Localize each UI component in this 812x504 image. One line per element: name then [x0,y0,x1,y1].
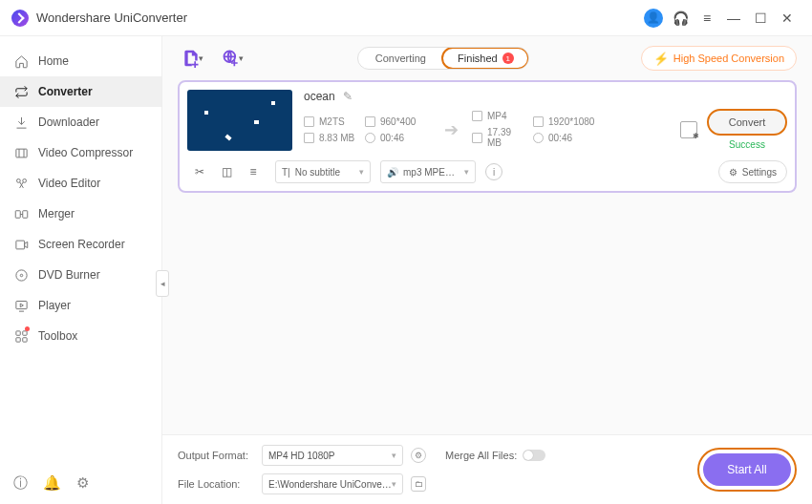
toolbar: ▾ ▾ Converting Finished 1 ⚡ High Speed C… [162,36,812,80]
sidebar-item-player[interactable]: Player [0,290,161,321]
crop-icon[interactable]: ◫ [220,165,233,178]
svg-rect-12 [22,337,26,341]
tab-finished[interactable]: Finished 1 [441,47,529,70]
sidebar-item-label: Downloader [38,116,99,129]
tabs: Converting Finished 1 [357,47,529,70]
dst-resolution: 1920*1080 [548,116,594,127]
gear-icon: ⚙ [729,167,737,178]
app-title: Wondershare UniConverter [36,10,187,25]
format-icon [472,111,482,121]
minimize-button[interactable]: — [720,5,747,32]
arrow-right-icon: ➔ [439,118,462,141]
start-all-button[interactable]: Start All [703,453,791,486]
svg-rect-0 [15,149,26,158]
help-icon[interactable]: ⓘ [13,474,28,493]
audio-icon: 🔊 [387,167,398,178]
svg-rect-10 [22,330,26,334]
src-duration: 00:46 [380,133,404,143]
compress-icon [13,145,29,160]
start-all-highlight: Start All [697,448,797,492]
settings-gear-icon[interactable]: ⚙ [76,474,89,493]
svg-point-6 [15,269,26,280]
tab-converting[interactable]: Converting [358,48,442,69]
file-name: ocean [304,90,335,103]
sidebar-item-toolbox[interactable]: Toolbox [0,321,161,351]
sidebar-item-label: Converter [38,85,93,98]
sidebar-item-label: DVD Burner [38,268,100,282]
file-location-select[interactable]: E:\Wondershare UniConverter▾ [262,473,403,494]
svg-point-7 [20,274,23,277]
svg-rect-9 [15,330,19,334]
video-thumbnail[interactable] [187,90,292,151]
convert-button[interactable]: Convert [707,109,787,136]
svg-rect-4 [22,210,27,218]
converter-icon [13,84,29,99]
resolution-icon [365,116,375,127]
collapse-sidebar-button[interactable]: ◂ [156,270,169,297]
sidebar: Home Converter Downloader Video Compress… [0,36,162,504]
sidebar-item-video-compressor[interactable]: Video Compressor [0,137,161,168]
dst-size: 17.39 MB [487,127,524,148]
sidebar-item-screen-recorder[interactable]: Screen Recorder [0,229,161,260]
toolbox-icon [13,328,29,344]
subtitle-icon: T| [282,167,290,178]
format-icon [304,116,314,127]
bolt-icon: ⚡ [653,52,669,66]
svg-rect-3 [15,210,20,218]
audio-select[interactable]: 🔊 mp3 MPEG lay... ▾ [380,160,476,183]
sidebar-item-label: Screen Recorder [38,238,125,251]
account-icon[interactable]: 👤 [640,5,667,32]
high-speed-conversion-button[interactable]: ⚡ High Speed Conversion [641,46,797,71]
rename-icon[interactable]: ✎ [343,90,353,103]
dvd-icon [13,267,29,283]
sidebar-item-dvd-burner[interactable]: DVD Burner [0,260,161,290]
resolution-icon [533,116,544,127]
file-location-label: File Location: [178,478,254,490]
close-button[interactable]: ✕ [774,5,801,32]
sidebar-item-downloader[interactable]: Downloader [0,107,161,137]
notifications-icon[interactable]: 🔔 [43,474,61,493]
main-panel: ▾ ▾ Converting Finished 1 ⚡ High Speed C… [162,36,812,504]
merge-toggle[interactable] [523,450,545,461]
player-icon [13,298,29,313]
headset-icon[interactable]: 🎧 [667,5,694,32]
sidebar-item-label: Home [38,54,69,68]
sidebar-item-home[interactable]: Home [0,46,161,76]
duration-icon [365,133,375,143]
file-settings-button[interactable]: ⚙ Settings [718,160,787,183]
status-label: Success [729,139,765,150]
bottombar: Output Format: MP4 HD 1080P▾ ⚙ Merge All… [162,434,812,504]
duration-icon [533,133,544,143]
output-format-label: Output Format: [178,450,254,461]
more-icon[interactable]: ≡ [246,165,260,178]
trim-icon[interactable]: ✂ [193,165,206,178]
sidebar-item-merger[interactable]: Merger [0,199,161,229]
app-logo-icon [11,10,29,27]
format-settings-icon[interactable]: ⚙ [411,448,426,463]
sidebar-item-label: Player [38,299,71,312]
src-format: M2TS [319,116,345,127]
home-icon [13,53,29,69]
open-folder-icon[interactable]: 🗀 [411,476,426,492]
finished-badge: 1 [502,52,514,64]
sidebar-item-converter[interactable]: Converter [0,76,161,107]
add-url-button[interactable]: ▾ [218,44,246,73]
svg-rect-8 [15,301,26,308]
dst-format: MP4 [487,111,507,121]
titlebar: Wondershare UniConverter 👤 🎧 ≡ — ☐ ✕ [0,0,812,36]
target-settings-icon[interactable] [680,121,697,138]
sidebar-item-label: Video Compressor [38,146,133,159]
output-format-select[interactable]: MP4 HD 1080P▾ [262,445,403,466]
merger-icon [13,206,29,221]
add-file-button[interactable]: ▾ [178,44,206,73]
subtitle-select[interactable]: T| No subtitle ▾ [275,160,371,183]
dst-duration: 00:46 [548,133,572,143]
svg-rect-11 [15,337,19,341]
size-icon [472,133,482,143]
maximize-button[interactable]: ☐ [747,5,774,32]
info-icon[interactable]: i [485,163,502,180]
sidebar-item-video-editor[interactable]: Video Editor [0,168,161,199]
editor-icon [13,176,29,191]
menu-icon[interactable]: ≡ [694,5,720,32]
merge-label: Merge All Files: [445,450,517,461]
